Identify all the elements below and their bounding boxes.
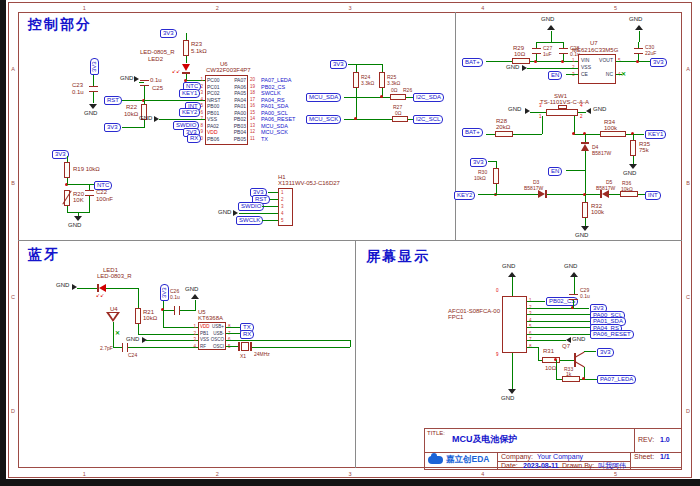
dbar — [238, 342, 240, 351]
repeated-label: 3 — [348, 471, 351, 477]
wire — [638, 54, 639, 61]
net-flag-i2c-sda[interactable]: I2C_SDA — [413, 93, 444, 102]
wire — [138, 334, 198, 335]
t: GND — [541, 16, 554, 23]
capacitor-c29[interactable] — [569, 294, 578, 300]
t: GND — [629, 16, 642, 23]
net-flag-3v3[interactable]: 3V3 — [650, 58, 667, 67]
wire — [356, 88, 357, 119]
net-flag-rst[interactable]: RST — [104, 96, 122, 105]
net-flag-i2c-scl[interactable]: I2C_SCL — [413, 115, 443, 124]
sheet-title: MCU及电池保护 — [452, 436, 518, 443]
wire — [113, 347, 122, 348]
resistor-r21[interactable] — [135, 308, 141, 324]
net-flag-rx[interactable]: RX — [187, 134, 201, 143]
resistor-r26[interactable] — [390, 94, 406, 100]
ref-r22: R22 — [126, 104, 137, 111]
repeated-label: 5 — [614, 471, 617, 477]
part-u5: KT6368A — [198, 315, 223, 322]
t: GND — [564, 263, 577, 270]
wire — [128, 347, 198, 348]
net-flag-bat[interactable]: BAT+ — [462, 58, 483, 67]
sheet-value: 1/1 — [660, 453, 670, 461]
resistor-r27[interactable] — [392, 116, 408, 122]
repeated-label: B — [11, 180, 15, 186]
repeated-label: B — [686, 180, 690, 186]
crystal-x1-body[interactable] — [241, 342, 249, 351]
h1-pin-numbers: 12345 — [281, 189, 284, 224]
fpc1-pin-numbers: 12345678 — [529, 298, 532, 350]
junction-dot — [354, 117, 357, 120]
t: GND — [593, 106, 606, 113]
wire — [138, 288, 139, 308]
part-led2: LED-0805_R — [140, 49, 175, 56]
net-flag-swclk[interactable]: SWCLK — [236, 216, 263, 225]
net-flag-pa06-reset[interactable]: PA06_RESET — [590, 330, 634, 339]
u6-right-net-labels: PA07_LEDAPB02_CSSWCLKPA04_RSPA01_SDAPA00… — [261, 77, 295, 142]
net-flag-key2[interactable]: KEY2 — [179, 108, 200, 117]
divider-vertical-top — [455, 12, 456, 240]
net-flag-pa07-leda[interactable]: PA07_LEDA — [597, 375, 636, 384]
net-flag-int[interactable]: INT — [645, 191, 661, 200]
net-flag-en[interactable]: EN — [548, 71, 562, 80]
led-emission-arrows: ↙↙ — [96, 292, 104, 298]
wire — [496, 161, 497, 168]
wire — [585, 218, 586, 226]
net-flag-key1[interactable]: KEY1 — [645, 130, 666, 139]
ref-led2: LED2 — [148, 56, 163, 63]
resistor-r31[interactable] — [542, 357, 560, 363]
net-flag-3v3[interactable]: 3V3 — [104, 123, 121, 132]
t: 3 — [539, 103, 542, 108]
t: 2.7pF — [100, 345, 113, 351]
wire — [406, 97, 413, 98]
net-flag-3v3[interactable]: 3V3 — [160, 284, 169, 301]
net-flag-en[interactable]: EN — [548, 167, 562, 176]
net-flag-key1[interactable]: KEY1 — [179, 89, 200, 98]
t: 0.1u — [72, 89, 84, 96]
wire — [350, 340, 351, 347]
wire — [226, 346, 238, 347]
repeated-label: 1 — [572, 57, 575, 64]
t: 10kΩ — [143, 315, 157, 322]
junction-dot — [380, 95, 383, 98]
wire — [163, 301, 164, 327]
fpc1-connector-body[interactable] — [502, 296, 527, 353]
wire — [226, 333, 240, 334]
wire — [563, 54, 564, 61]
t: R19 10kΩ — [73, 166, 100, 173]
drawn-by-value: 叫我阿伟 — [598, 462, 626, 470]
wire — [93, 92, 94, 103]
net-flag-key2[interactable]: KEY2 — [454, 191, 475, 200]
t: 100nF — [96, 196, 113, 203]
wire — [536, 42, 564, 43]
t: GND — [623, 170, 636, 177]
wire — [639, 31, 640, 42]
resistor-r30[interactable] — [493, 168, 499, 184]
resistor-r25[interactable] — [379, 72, 385, 88]
resistor-r23[interactable] — [183, 40, 189, 56]
net-flag-mcu-sda[interactable]: MCU_SDA — [306, 93, 341, 102]
net-flag-3v3[interactable]: 3V3 — [160, 29, 177, 38]
net-flag-3v3[interactable]: 3V3 — [597, 348, 614, 357]
net-flag-bat[interactable]: BAT+ — [462, 128, 483, 137]
wire — [566, 170, 585, 171]
wire — [239, 213, 278, 214]
wire — [262, 220, 278, 221]
net-flag-mcu-sck[interactable]: MCU_SCK — [306, 115, 341, 124]
resistor-r19[interactable] — [64, 162, 70, 178]
resistor-r28[interactable] — [495, 131, 513, 137]
repeated-label: 2 — [216, 471, 219, 477]
date-label: Date: — [501, 462, 518, 470]
net-flag-3v3[interactable]: 3V3 — [90, 58, 99, 75]
net-flag-3v3[interactable]: 3V3 — [330, 60, 347, 69]
switch-sw1-body[interactable] — [546, 109, 578, 116]
resistor-r24[interactable] — [353, 72, 359, 88]
repeated-label: 3 — [348, 5, 351, 11]
net-flag-swdio[interactable]: SWDIO — [238, 202, 264, 211]
switch-sw1-button[interactable] — [558, 105, 567, 109]
resistor-r35[interactable] — [630, 140, 636, 156]
resistor-r32[interactable] — [582, 202, 588, 218]
net-flag-rx[interactable]: RX — [240, 330, 254, 339]
t: 1k — [566, 371, 571, 377]
net-flag-3v3[interactable]: 3V3 — [470, 158, 487, 167]
